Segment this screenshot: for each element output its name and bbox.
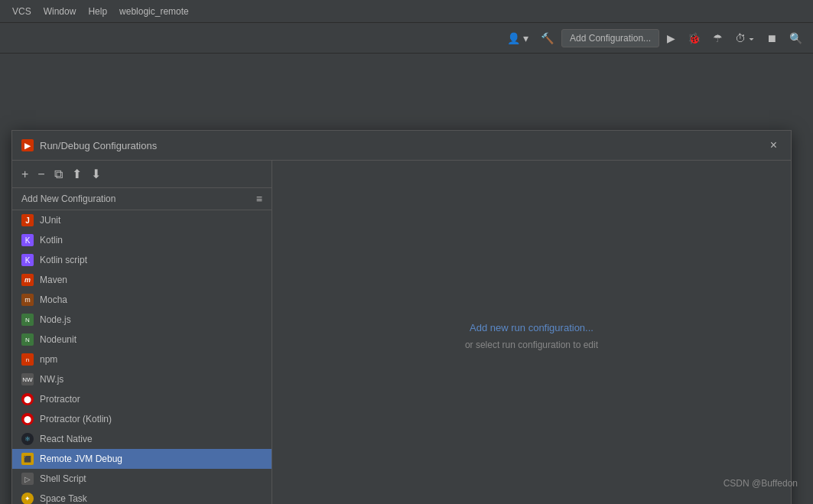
- npm-icon: n: [21, 353, 34, 366]
- config-item-nodeunit-label: Nodeunit: [40, 334, 76, 345]
- run-button[interactable]: ▶: [662, 29, 680, 47]
- build-button[interactable]: 🔨: [536, 29, 558, 47]
- right-panel: Add new run configuration... or select r…: [272, 161, 791, 504]
- debug-button[interactable]: 🐞: [683, 29, 705, 47]
- config-item-nwjs[interactable]: NW NW.js: [12, 369, 272, 389]
- config-header: Add New Configuration ≡: [12, 188, 272, 210]
- config-item-react-native[interactable]: ⚛ React Native: [12, 429, 272, 449]
- profile-button[interactable]: 👤 ▾: [502, 29, 533, 47]
- config-item-react-native-label: React Native: [40, 434, 93, 444]
- move-down-button[interactable]: ⬇: [88, 165, 104, 183]
- config-item-space-task-label: Space Task: [40, 493, 87, 504]
- config-item-shell-script[interactable]: ▷ Shell Script: [12, 469, 272, 489]
- stop-button[interactable]: ⏹: [762, 29, 782, 47]
- junit-icon: J: [21, 214, 34, 226]
- main-area: ▶ Run/Debug Configurations × + − ⧉ ⬆ ⬇ A…: [0, 54, 813, 504]
- config-item-junit-label: JUnit: [40, 215, 60, 226]
- dialog-title-text: Run/Debug Configurations: [40, 140, 157, 151]
- search-button[interactable]: 🔍: [785, 29, 807, 47]
- config-item-remote-jvm[interactable]: ⬛ Remote JVM Debug: [12, 449, 272, 469]
- config-header-text: Add New Configuration: [21, 193, 115, 204]
- left-panel: + − ⧉ ⬆ ⬇ Add New Configuration ≡ J JUni…: [12, 161, 272, 504]
- copy-config-button[interactable]: ⧉: [51, 166, 66, 183]
- nodeunit-icon: N: [21, 333, 34, 346]
- coverage-button[interactable]: ☂: [708, 29, 727, 47]
- config-item-mocha[interactable]: m Mocha: [12, 290, 272, 310]
- config-item-nodeunit[interactable]: N Nodeunit: [12, 330, 272, 350]
- config-item-mocha-label: Mocha: [40, 294, 67, 305]
- config-item-shell-script-label: Shell Script: [40, 473, 86, 484]
- config-item-npm-label: npm: [40, 354, 57, 365]
- config-item-kotlin[interactable]: K Kotlin: [12, 230, 272, 250]
- toolbar: 👤 ▾ 🔨 Add Configuration... ▶ 🐞 ☂ ⏱ ▾ ⏹ 🔍: [0, 23, 813, 54]
- config-item-maven[interactable]: m Maven: [12, 270, 272, 290]
- space-task-icon: ✦: [21, 493, 34, 504]
- dialog-title-bar: ▶ Run/Debug Configurations ×: [12, 131, 791, 161]
- mocha-icon: m: [21, 294, 34, 306]
- add-configuration-button[interactable]: Add Configuration...: [561, 29, 659, 47]
- dialog-title: ▶ Run/Debug Configurations: [21, 139, 157, 151]
- add-run-config-link[interactable]: Add new run configuration...: [470, 322, 593, 333]
- shell-script-icon: ▷: [21, 473, 34, 485]
- config-item-npm[interactable]: n npm: [12, 350, 272, 369]
- dialog-icon: ▶: [21, 139, 34, 151]
- menu-window[interactable]: Window: [37, 3, 83, 20]
- config-item-protractor-kotlin-label: Protractor (Kotlin): [40, 414, 112, 424]
- menu-vcs[interactable]: VCS: [6, 3, 37, 20]
- move-up-button[interactable]: ⬆: [69, 165, 85, 183]
- react-native-icon: ⚛: [21, 433, 34, 445]
- menu-bar: VCS Window Help weblogic_remote: [0, 0, 813, 23]
- kotlin-script-icon: K: [21, 254, 34, 266]
- dialog-close-button[interactable]: ×: [766, 137, 782, 154]
- watermark: CSDN @Buffedon: [724, 478, 798, 489]
- config-item-kotlin-label: Kotlin: [40, 235, 63, 245]
- config-item-protractor[interactable]: ⬤ Protractor: [12, 389, 272, 409]
- protractor-kotlin-icon: ⬤: [21, 413, 34, 425]
- config-item-kotlin-script-label: Kotlin script: [40, 255, 87, 265]
- config-item-remote-jvm-label: Remote JVM Debug: [40, 454, 122, 464]
- menu-help[interactable]: Help: [82, 3, 113, 20]
- config-item-space-task[interactable]: ✦ Space Task: [12, 489, 272, 504]
- add-config-toolbar-button[interactable]: +: [18, 166, 31, 183]
- config-item-protractor-label: Protractor: [40, 394, 80, 405]
- kotlin-icon: K: [21, 234, 34, 246]
- config-item-nwjs-label: NW.js: [40, 374, 63, 385]
- protractor-icon: ⬤: [21, 393, 34, 405]
- config-list[interactable]: J JUnit K Kotlin K Kotlin script m Maven: [12, 210, 272, 504]
- config-item-nodejs-label: Node.js: [40, 314, 71, 325]
- config-item-junit[interactable]: J JUnit: [12, 210, 272, 230]
- sort-icon[interactable]: ≡: [256, 193, 262, 205]
- config-item-nodejs[interactable]: N Node.js: [12, 310, 272, 330]
- dialog-body: + − ⧉ ⬆ ⬇ Add New Configuration ≡ J JUni…: [12, 161, 791, 504]
- or-select-text: or select run configuration to edit: [465, 340, 598, 350]
- run-debug-dialog: ▶ Run/Debug Configurations × + − ⧉ ⬆ ⬇ A…: [11, 130, 792, 504]
- nodejs-icon: N: [21, 314, 34, 326]
- profile-run-button[interactable]: ⏱ ▾: [730, 29, 759, 47]
- remote-jvm-icon: ⬛: [21, 453, 34, 465]
- nwjs-icon: NW: [21, 373, 34, 385]
- config-item-protractor-kotlin[interactable]: ⬤ Protractor (Kotlin): [12, 409, 272, 429]
- config-item-kotlin-script[interactable]: K Kotlin script: [12, 250, 272, 270]
- right-content: Add new run configuration... or select r…: [465, 322, 598, 350]
- maven-icon: m: [21, 274, 34, 286]
- remove-config-button[interactable]: −: [34, 166, 47, 183]
- config-item-maven-label: Maven: [40, 275, 67, 285]
- left-toolbar: + − ⧉ ⬆ ⬇: [12, 161, 272, 188]
- project-name: weblogic_remote: [119, 6, 189, 17]
